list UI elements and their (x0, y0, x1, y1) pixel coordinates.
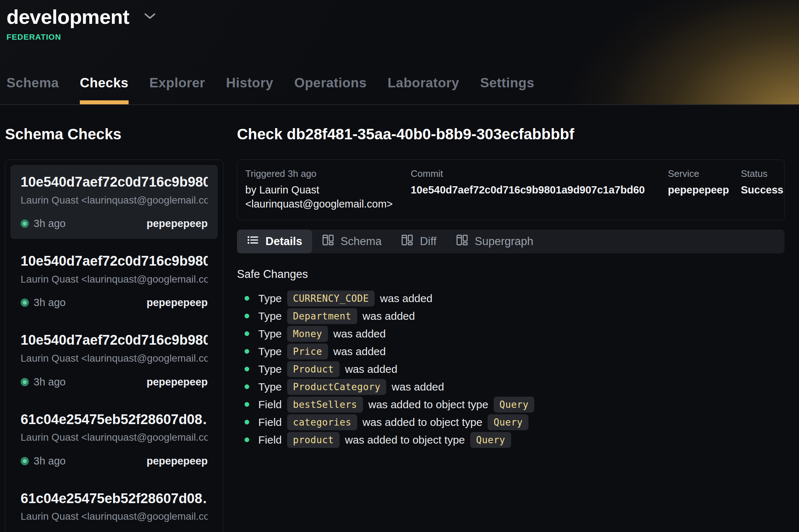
check-card[interactable]: 61c04e25475eb52f28607d08… Laurin Quast <… (10, 481, 218, 532)
chevron-down-icon (144, 13, 156, 21)
tab-label: Explorer (150, 75, 205, 91)
check-time: 3h ago (34, 297, 66, 309)
environment-title-row: development (7, 6, 158, 28)
check-author: Laurin Quast <laurinquast@googlemail.co… (21, 510, 208, 523)
tab-label: Operations (294, 75, 367, 91)
change-prefix: Type (258, 381, 282, 393)
check-card[interactable]: 61c04e25475eb52f28607d08… Laurin Quast <… (10, 402, 218, 476)
check-heading: Check db28f481-35aa-40b0-b8b9-303ecfabbb… (237, 126, 785, 143)
change-item: Type ProductCategory was added (237, 378, 785, 396)
change-bullet-icon (245, 402, 249, 407)
check-id: 61c04e25475eb52f28607d08… (21, 412, 208, 428)
changes-heading: Safe Changes (237, 268, 785, 281)
tab-label: Checks (80, 75, 129, 91)
view-tab-schema[interactable]: Schema (312, 230, 392, 253)
main-panel: Check db28f481-35aa-40b0-b8b9-303ecfabbb… (237, 126, 785, 449)
top-tabs: Schema Checks Explorer History Operation… (7, 70, 534, 104)
triggered-label: Triggered 3h ago (245, 168, 411, 180)
check-id: 10e540d7aef72c0d716c9b980… (21, 332, 208, 348)
view-tab-label: Details (265, 235, 302, 248)
check-id: 61c04e25475eb52f28607d08… (21, 491, 208, 507)
change-code-chip: categories (287, 414, 357, 430)
change-suffix: was added (380, 292, 432, 305)
environment-title: development (7, 6, 129, 28)
change-prefix: Type (258, 292, 282, 305)
change-prefix: Type (258, 310, 282, 322)
check-meta: 3h ago pepepepeep (21, 218, 208, 230)
tab-checks[interactable]: Checks (80, 70, 129, 104)
change-prefix: Type (258, 363, 282, 375)
change-code-chip: Price (287, 344, 328, 359)
change-code-chip: product (287, 432, 340, 448)
check-card[interactable]: 10e540d7aef72c0d716c9b980… Laurin Quast … (10, 323, 218, 397)
tab-settings[interactable]: Settings (480, 70, 534, 104)
tab-explorer[interactable]: Explorer (150, 70, 205, 104)
tab-operations[interactable]: Operations (294, 70, 367, 104)
columns-icon (456, 234, 468, 246)
check-card[interactable]: 10e540d7aef72c0d716c9b980… Laurin Quast … (10, 244, 218, 318)
commit-value: 10e540d7aef72c0d716c9b9801a9d907c1a7bd60 (411, 183, 668, 197)
change-item: Type Price was added (237, 343, 785, 360)
tab-history[interactable]: History (226, 70, 273, 104)
change-prefix: Type (258, 328, 282, 340)
change-code-chip: Product (287, 361, 340, 377)
triggered-by: by Laurin Quast (245, 183, 411, 197)
change-bullet-icon (245, 367, 249, 371)
change-item: Type CURRENCY_CODE was added (237, 289, 785, 307)
tab-laboratory[interactable]: Laboratory (388, 70, 459, 104)
triggered-email: <laurinquast@googlemail.com> (245, 197, 411, 211)
change-code2-chip: Query (470, 432, 511, 448)
status-dot (21, 457, 29, 465)
change-prefix: Field (258, 434, 282, 446)
status-dot (21, 378, 29, 386)
tab-schema[interactable]: Schema (7, 70, 59, 104)
change-bullet-icon (245, 331, 249, 336)
view-tab-label: Diff (420, 235, 436, 248)
change-code-chip: Department (287, 308, 357, 324)
change-bullet-icon (245, 349, 249, 354)
columns-icon (401, 234, 413, 246)
change-suffix: was added to object type (363, 416, 483, 428)
status-label: Status (741, 168, 783, 180)
list-icon (247, 234, 259, 246)
check-time: 3h ago (34, 218, 66, 230)
change-suffix: was added (333, 328, 386, 340)
check-meta: 3h ago pepepepeep (21, 297, 208, 309)
meta-col-commit: Commit 10e540d7aef72c0d716c9b9801a9d907c… (411, 168, 668, 211)
change-code2-chip: Query (494, 397, 535, 413)
columns-icon (322, 234, 334, 246)
environment-dropdown-button[interactable] (142, 10, 158, 23)
check-service: pepepepeep (147, 297, 208, 309)
view-tab-supergraph[interactable]: Supergraph (446, 230, 543, 253)
check-service: pepepepeep (147, 455, 208, 467)
change-prefix: Type (258, 345, 282, 358)
status-value: Success (741, 183, 783, 197)
sidebar: Schema Checks 10e540d7aef72c0d716c9b980…… (5, 126, 223, 532)
view-tab-details[interactable]: Details (237, 230, 312, 253)
check-author: Laurin Quast <laurinquast@googlemail.co… (21, 352, 208, 365)
status-dot (21, 298, 29, 307)
status-dot (21, 219, 29, 228)
check-service: pepepepeep (147, 376, 208, 388)
commit-label: Commit (411, 168, 668, 180)
change-prefix: Field (258, 416, 282, 428)
change-bullet-icon (245, 437, 249, 442)
tab-label: Schema (7, 75, 59, 91)
change-code-chip: ProductCategory (287, 379, 386, 395)
service-value: pepepepeep (668, 183, 741, 197)
change-item: Field categories was added to object typ… (237, 413, 785, 431)
change-suffix: was added (363, 310, 415, 322)
change-prefix: Field (258, 398, 282, 411)
change-suffix: was added (345, 363, 397, 375)
change-bullet-icon (245, 296, 249, 301)
check-card[interactable]: 10e540d7aef72c0d716c9b980… Laurin Quast … (10, 165, 218, 239)
change-suffix: was added (392, 381, 444, 393)
view-tab-label: Schema (341, 235, 382, 248)
change-code2-chip: Query (488, 414, 528, 430)
view-tab-diff[interactable]: Diff (391, 230, 446, 253)
check-id: 10e540d7aef72c0d716c9b980… (21, 253, 208, 269)
change-bullet-icon (245, 314, 249, 318)
check-author: Laurin Quast <laurinquast@googlemail.co… (21, 431, 208, 444)
change-item: Field bestSellers was added to object ty… (237, 396, 785, 413)
change-code-chip: CURRENCY_CODE (287, 291, 375, 306)
